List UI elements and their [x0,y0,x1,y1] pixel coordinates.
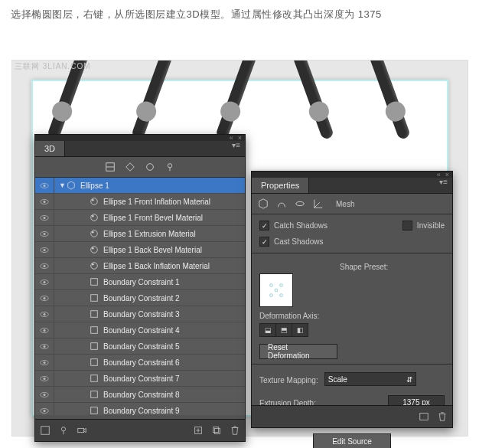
reset-deformation-button[interactable]: Reset Deformation [259,344,337,359]
layer-row[interactable]: Ellipse 1 Back Inflation Material [35,258,245,274]
coordinates-icon[interactable] [313,198,324,209]
visibility-toggle[interactable] [35,210,54,225]
duplicate-icon[interactable] [211,425,222,436]
select-texture-mapping[interactable]: Scale ⇵ [324,372,416,386]
add-icon[interactable] [193,425,204,436]
visibility-toggle[interactable] [35,403,54,415]
tab-3d[interactable]: 3D [35,141,65,156]
panel-drag-handle[interactable]: « × [252,172,452,178]
svg-point-42 [44,345,46,348]
svg-point-63 [61,427,65,431]
layer-row[interactable]: Ellipse 1 Front Bevel Material [35,210,245,226]
axis-z-front[interactable]: ◧ [292,324,308,336]
filter-materials-icon[interactable] [145,162,155,172]
visibility-toggle[interactable] [35,194,54,209]
visibility-toggle[interactable] [35,306,54,322]
label-texture-mapping: Texture Mapping: [259,374,318,384]
visibility-toggle[interactable] [35,338,54,354]
svg-rect-55 [91,407,98,414]
panel-menu-icon[interactable]: ▾≡ [232,141,240,149]
filter-scene-icon[interactable] [105,162,116,172]
layer-label: Ellipse 1 Extrusion Material [103,230,196,238]
svg-line-76 [314,202,320,208]
artwork-rod [215,60,258,140]
panel-properties: « × Properties ▾≡ Mesh ✓ Catch Shadows I… [251,171,453,428]
svg-rect-52 [91,391,98,398]
layer-label: Boundary Constraint 8 [103,391,180,399]
filter-lights-icon[interactable] [165,162,175,172]
svg-rect-70 [213,427,219,433]
visibility-toggle[interactable] [35,258,54,273]
filter-meshes-icon[interactable] [125,162,135,172]
svg-point-78 [280,284,283,287]
layer-row[interactable]: Boundary Constraint 2 [35,290,245,306]
trash-icon[interactable] [437,411,448,422]
deform-icon[interactable] [276,198,287,209]
visibility-toggle[interactable] [35,387,54,402]
panel-3d: « × 3D ▾≡ ▼Ellipse 1Ellipse 1 Front Infl… [34,134,246,442]
trash-icon[interactable] [230,425,240,436]
layer-label: Boundary Constraint 6 [103,358,180,367]
svg-rect-82 [420,414,428,420]
artwork-rod [368,60,411,140]
checkbox-cast-shadows[interactable]: ✓ [259,237,269,247]
svg-point-77 [270,284,273,287]
checkbox-catch-shadows[interactable]: ✓ [259,221,269,231]
layer-row[interactable]: ▼Ellipse 1 [35,178,245,194]
mesh-icon[interactable] [258,198,269,209]
select-texture-mapping-value: Scale [328,375,347,384]
layer-row[interactable]: Boundary Constraint 8 [35,387,245,403]
render-icon[interactable] [40,425,51,436]
svg-point-18 [44,233,46,235]
layer-row[interactable]: Boundary Constraint 4 [35,322,245,338]
svg-point-14 [44,217,46,219]
tab-properties[interactable]: Properties [252,178,309,193]
layer-row[interactable]: Boundary Constraint 6 [35,355,245,371]
visibility-toggle[interactable] [35,274,54,289]
new-light-icon[interactable] [58,425,69,436]
svg-point-39 [44,329,46,332]
layer-row[interactable]: Boundary Constraint 9 [35,403,245,415]
visibility-toggle[interactable] [35,355,54,370]
checkbox-invisible[interactable] [402,221,412,231]
deformation-axis-picker[interactable]: ⬓ ⬒ ◧ [259,323,308,337]
layer-row[interactable]: Boundary Constraint 1 [35,274,245,290]
svg-marker-8 [68,181,75,189]
layer-row[interactable]: Ellipse 1 Back Bevel Material [35,242,245,258]
panel-menu-icon[interactable]: ▾≡ [439,178,448,186]
visibility-toggle[interactable] [35,178,54,193]
cap-icon[interactable] [295,198,305,209]
svg-point-26 [44,265,46,267]
svg-point-7 [44,185,46,187]
svg-point-24 [92,247,94,250]
artwork-rod [292,60,334,140]
visibility-toggle[interactable] [35,242,54,257]
axis-y-front[interactable]: ⬒ [276,324,292,336]
axis-x-front[interactable]: ⬓ [260,324,276,336]
layer-row[interactable]: Boundary Constraint 7 [35,371,245,387]
panel-drag-handle[interactable]: « × [35,135,245,141]
layer-label: Ellipse 1 Back Inflation Material [103,262,210,270]
svg-rect-31 [91,279,98,286]
svg-point-16 [92,215,94,217]
edit-source-button[interactable]: Edit Source [313,433,391,448]
new-camera-icon[interactable] [77,425,87,436]
svg-point-19 [91,231,98,237]
twisty-icon[interactable]: ▼ [59,181,67,189]
layer-row[interactable]: Ellipse 1 Front Inflation Material [35,194,245,210]
shape-preset-swatch[interactable] [259,273,293,307]
visibility-toggle[interactable] [35,322,54,338]
layer-row[interactable]: Ellipse 1 Extrusion Material [35,226,245,242]
visibility-toggle[interactable] [35,371,54,386]
svg-point-15 [91,214,98,221]
render-icon[interactable] [419,411,429,422]
artwork-rod [131,60,174,140]
svg-point-10 [44,201,46,203]
label-cast-shadows: Cast Shadows [274,237,323,246]
layer-row[interactable]: Boundary Constraint 3 [35,306,245,322]
watermark: 三联网 3LIAN.COM [15,61,91,72]
visibility-toggle[interactable] [35,226,54,241]
layer-row[interactable]: Boundary Constraint 5 [35,338,245,355]
svg-point-28 [92,263,94,266]
visibility-toggle[interactable] [35,290,54,306]
